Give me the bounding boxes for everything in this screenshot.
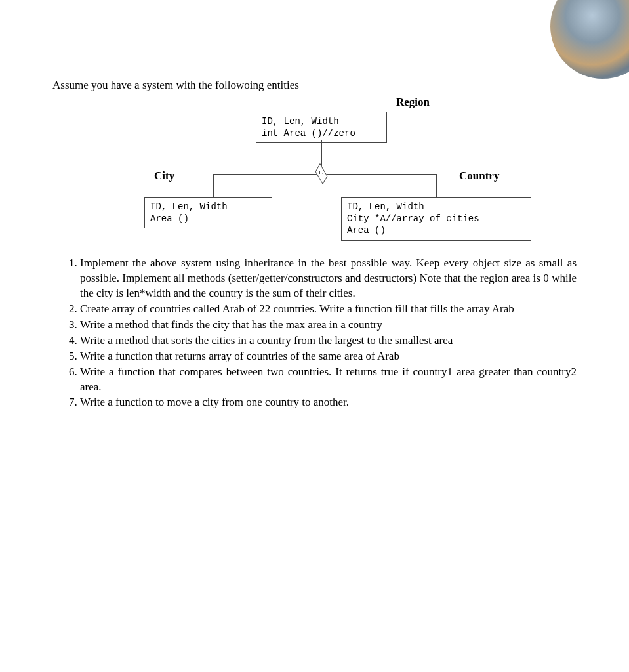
city-box: ID, Len, Width Area () xyxy=(144,197,272,228)
question-item: Write a method that finds the city that … xyxy=(80,318,577,333)
connector-right-vertical xyxy=(436,174,437,197)
question-item: Implement the above system using inherit… xyxy=(80,256,577,301)
region-heading: Region xyxy=(249,96,577,109)
region-box-line2: int Area ()//zero xyxy=(262,127,381,139)
diamond-label: T. xyxy=(318,169,325,175)
country-box: ID, Len, Width City *A//array of cities … xyxy=(341,197,531,241)
question-item: Write a function to move a city from one… xyxy=(80,395,577,410)
entity-diagram: ID, Len, Width int Area ()//zero T. City… xyxy=(52,112,577,249)
country-box-line3: Area () xyxy=(347,224,525,236)
question-item: Create array of countries called Arab of… xyxy=(80,302,577,317)
decorative-photo xyxy=(550,0,629,79)
document-page: Assume you have a system with the follow… xyxy=(0,0,629,672)
city-box-line2: Area () xyxy=(150,213,266,224)
city-box-line1: ID, Len, Width xyxy=(150,201,266,213)
region-box-line1: ID, Len, Width xyxy=(262,116,381,127)
country-box-line1: ID, Len, Width xyxy=(347,201,525,213)
intro-text: Assume you have a system with the follow… xyxy=(52,79,577,92)
city-heading: City xyxy=(154,169,174,182)
question-item: Write a function that compares between t… xyxy=(80,365,577,395)
connector-left-vertical xyxy=(213,174,214,197)
questions-list: Implement the above system using inherit… xyxy=(52,256,577,410)
question-item: Write a function that returns array of c… xyxy=(80,349,577,364)
region-box: ID, Len, Width int Area ()//zero xyxy=(256,112,387,143)
country-heading: Country xyxy=(459,169,499,182)
question-item: Write a method that sorts the cities in … xyxy=(80,333,577,348)
country-box-line2: City *A//array of cities xyxy=(347,213,525,224)
